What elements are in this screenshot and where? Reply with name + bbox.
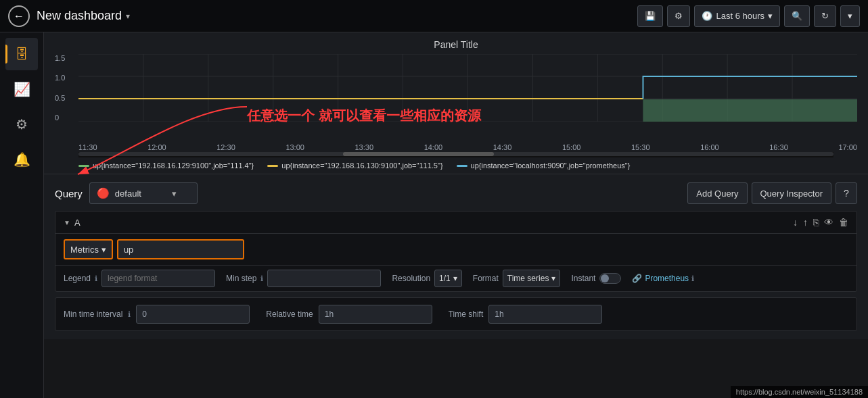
chart-icon: 📈 (14, 81, 30, 97)
query-inspector-button[interactable]: Query Inspector (752, 182, 832, 204)
legend-dot-1 (78, 165, 89, 167)
main-layout: 🗄 📈 ⚙ 🔔 Panel Title 1.5 1.0 0.5 0 (0, 32, 868, 398)
external-link-icon: 🔗 (632, 274, 642, 283)
instant-toggle[interactable] (599, 273, 621, 284)
sidebar-item-database[interactable]: 🗄 (5, 38, 38, 70)
resolution-value: 1/1 (439, 274, 451, 283)
format-caret-icon: ▾ (551, 274, 555, 283)
legend-label-1: up{instance="192.168.16.129:9100",job="1… (93, 161, 254, 170)
resolution-label: Resolution (392, 274, 430, 283)
nav-left: ← New dashboard ▾ (8, 5, 130, 27)
prometheus-link[interactable]: 🔗 Prometheus ℹ (632, 274, 694, 283)
collapse-icon[interactable]: ▼ (64, 219, 70, 226)
resolution-caret-icon: ▾ (453, 274, 457, 283)
save-icon: 💾 (645, 11, 656, 21)
metrics-label: Metrics (70, 245, 99, 255)
minstep-info-icon[interactable]: ℹ (260, 274, 263, 283)
x-label: 14:00 (424, 143, 443, 151)
minstep-group: Min step ℹ (226, 270, 381, 287)
svg-marker-16 (643, 99, 857, 122)
chart-area: Panel Title 1.5 1.0 0.5 0 (44, 32, 868, 174)
refresh-icon: ↻ (821, 11, 829, 21)
sidebar: 🗄 📈 ⚙ 🔔 (0, 32, 44, 398)
time-picker[interactable]: 🕐 Last 6 hours ▾ (694, 5, 780, 27)
min-time-input[interactable] (136, 305, 250, 324)
x-label: 16:30 (769, 143, 788, 151)
format-label: Format (473, 274, 499, 283)
time-caret-icon: ▾ (768, 11, 773, 21)
prometheus-info-icon[interactable]: ℹ (691, 274, 694, 283)
datasource-selector[interactable]: 🔴 default ▾ (89, 182, 198, 204)
chart-svg (78, 54, 857, 122)
query-controls-right: Add Query Query Inspector ? (687, 182, 857, 204)
query-block-header-a: ▼ A ↓ ↑ ⎘ 👁 🗑 (55, 212, 856, 234)
y-label-0.5: 0.5 (55, 94, 75, 102)
time-label: Last 6 hours (716, 11, 764, 21)
legend-option-label: Legend (64, 274, 91, 283)
move-up-icon[interactable]: ↑ (803, 217, 808, 228)
metrics-selector[interactable]: Metrics ▾ (64, 239, 113, 259)
sidebar-item-notifications[interactable]: 🔔 (5, 143, 38, 176)
time-shift-group: Time shift (449, 305, 603, 324)
hide-icon[interactable]: 👁 (824, 217, 833, 228)
resolution-selector[interactable]: 1/1 ▾ (434, 270, 462, 287)
x-label: 15:30 (631, 143, 650, 151)
legend-row: up{instance="192.168.16.129:9100",job="1… (55, 157, 857, 174)
bell-icon: 🔔 (14, 151, 30, 168)
main-content: Panel Title 1.5 1.0 0.5 0 (44, 32, 868, 398)
datasource-icon: 🔴 (97, 187, 110, 199)
x-label: 16:00 (700, 143, 719, 151)
query-block-label-a: A (74, 218, 81, 228)
legend-dot-3 (457, 165, 467, 167)
format-value: Time series (507, 274, 549, 283)
minstep-input[interactable] (267, 270, 381, 287)
y-label-1.5: 1.5 (55, 54, 75, 62)
delete-icon[interactable]: 🗑 (839, 217, 848, 228)
refresh-dropdown-icon: ▾ (848, 11, 852, 21)
x-label: 15:00 (562, 143, 581, 151)
database-icon: 🗄 (15, 47, 28, 62)
search-button[interactable]: 🔍 (784, 5, 810, 27)
save-button[interactable]: 💾 (637, 5, 663, 27)
prometheus-label: Prometheus (645, 274, 689, 283)
legend-format-input[interactable] (101, 270, 215, 287)
legend-group: Legend ℹ (64, 270, 215, 287)
legend-label-2: up{instance="192.168.16.130:9100",job="1… (281, 161, 442, 170)
sidebar-item-chart[interactable]: 📈 (5, 73, 38, 105)
metrics-value-input[interactable] (117, 239, 244, 259)
x-label: 12:30 (216, 143, 235, 151)
dashboard-title[interactable]: New dashboard ▾ (37, 9, 130, 23)
refresh-button[interactable]: ↻ (814, 5, 836, 27)
sidebar-item-settings[interactable]: ⚙ (5, 108, 38, 141)
dashboard-name: New dashboard (37, 9, 122, 23)
format-selector[interactable]: Time series ▾ (503, 270, 561, 287)
relative-time-group: Relative time (266, 305, 432, 324)
back-button[interactable]: ← (8, 5, 30, 27)
min-time-info-icon[interactable]: ℹ (128, 310, 131, 319)
add-query-button[interactable]: Add Query (687, 182, 747, 204)
min-time-label: Min time interval (64, 309, 122, 319)
relative-time-input[interactable] (319, 305, 432, 324)
legend-dot-2 (267, 165, 278, 167)
clock-icon: 🕐 (702, 11, 712, 21)
gear-icon: ⚙ (675, 11, 683, 21)
top-nav: ← New dashboard ▾ 💾 ⚙ 🕐 Last 6 hours ▾ 🔍… (0, 0, 868, 32)
scrollbar-area[interactable] (78, 152, 833, 157)
refresh-dropdown[interactable]: ▾ (840, 5, 860, 27)
time-shift-input[interactable] (488, 305, 602, 324)
settings-button[interactable]: ⚙ (667, 5, 690, 27)
y-label-1.0: 1.0 (55, 74, 75, 82)
duplicate-icon[interactable]: ⎘ (813, 217, 819, 228)
relative-time-label: Relative time (266, 309, 313, 319)
scrollbar-thumb[interactable] (343, 152, 494, 156)
dashboard-caret-icon: ▾ (126, 11, 130, 21)
resolution-group: Resolution 1/1 ▾ (392, 270, 461, 287)
y-label-0: 0 (55, 114, 75, 122)
help-button[interactable]: ? (836, 182, 857, 204)
x-labels: 11:30 12:00 12:30 13:00 13:30 14:00 14:3… (78, 143, 857, 151)
query-block-actions: ↓ ↑ ⎘ 👁 🗑 (793, 217, 848, 228)
legend-info-icon[interactable]: ℹ (95, 274, 97, 283)
x-label: 11:30 (78, 143, 97, 151)
move-down-icon[interactable]: ↓ (793, 217, 798, 228)
query-controls-left: Query 🔴 default ▾ (55, 182, 198, 204)
